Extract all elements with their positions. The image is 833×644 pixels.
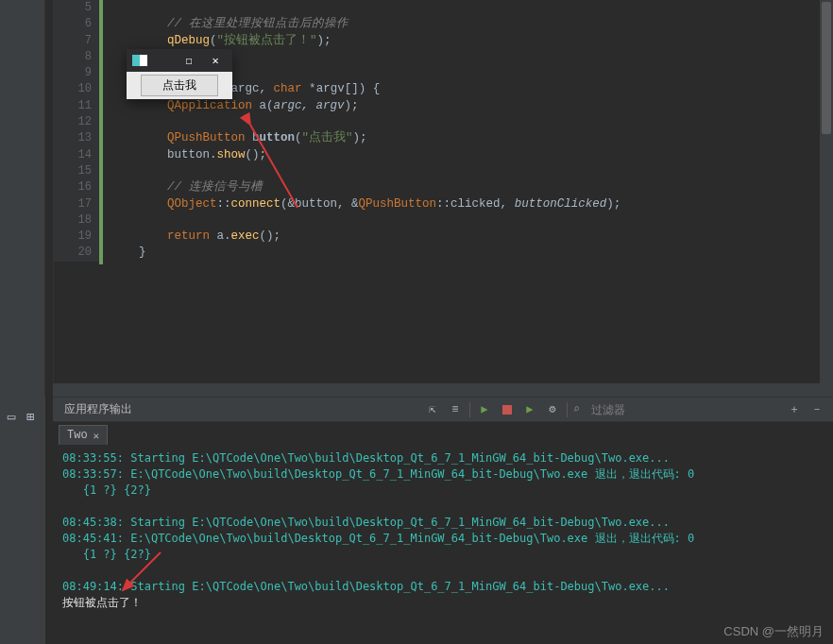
scrollbar-thumb[interactable] — [822, 2, 831, 134]
output-line: 08:45:41: E:\QTCode\One\Two\build\Deskto… — [62, 531, 824, 547]
output-line — [62, 499, 824, 515]
split-icon[interactable]: ⊞ — [23, 410, 38, 425]
close-icon[interactable]: ✕ — [206, 54, 225, 68]
output-line: 按钮被点击了！ — [62, 595, 824, 611]
output-line: 08:49:14: Starting E:\QTCode\One\Two\bui… — [62, 579, 824, 595]
tab-label: Two — [67, 429, 88, 442]
output-line: 08:33:55: Starting E:\QTCode\One\Two\bui… — [62, 450, 824, 466]
output-line — [62, 563, 824, 579]
output-toolbar: ⇱ ≡ ▶ ▶ ⚙ ⌕ ＋ － — [424, 401, 833, 418]
output-tab-two[interactable]: Two ✕ — [59, 425, 108, 445]
play-icon[interactable]: ▶ — [476, 401, 493, 418]
output-header: 应用程序输出 ⇱ ≡ ▶ ▶ ⚙ ⌕ ＋ － — [53, 398, 833, 422]
output-line: 08:33:57: E:\QTCode\One\Two\build\Deskto… — [62, 466, 824, 483]
search-icon: ⌕ — [573, 402, 580, 416]
output-tabs: Two ✕ — [53, 422, 833, 445]
qt-app-window[interactable]: ☐ ✕ 点击我 — [127, 49, 232, 99]
output-line: 08:45:38: Starting E:\QTCode\One\Two\bui… — [62, 515, 824, 531]
rerun-icon[interactable]: ▶ — [521, 401, 538, 418]
code-content[interactable]: // 在这里处理按钮点击后的操作 qDebug("按钮被点击了！"); } in… — [110, 0, 620, 294]
horizontal-scrollbar[interactable] — [53, 383, 820, 397]
plus-icon[interactable]: ＋ — [786, 401, 803, 418]
stop-icon[interactable] — [499, 401, 516, 418]
collapse-icon[interactable]: ▭ — [4, 410, 19, 425]
qt-app-icon — [132, 55, 147, 66]
qt-push-button[interactable]: 点击我 — [141, 75, 218, 96]
output-line: {1 ?} {2?} — [62, 483, 824, 499]
minus-icon[interactable]: － — [808, 401, 825, 418]
vertical-scrollbar[interactable] — [820, 0, 833, 397]
qt-body: 点击我 — [127, 72, 232, 99]
clear-icon[interactable]: ≡ — [447, 401, 464, 418]
side-gutter — [0, 0, 45, 397]
close-tab-icon[interactable]: ✕ — [94, 430, 100, 442]
watermark: CSDN @一然明月 — [723, 623, 824, 640]
line-numbers: 5 6 7 8 9 10 11 12 13 14 15 16 17 18 19 … — [54, 0, 99, 262]
output-panel: 应用程序输出 ⇱ ≡ ▶ ▶ ⚙ ⌕ ＋ － Two ✕ 08:33:55: S… — [53, 397, 833, 644]
output-text[interactable]: 08:33:55: Starting E:\QTCode\One\Two\bui… — [53, 445, 833, 617]
attach-icon[interactable]: ⇱ — [424, 401, 441, 418]
side-gutter-bottom: ▭ ⊞ — [0, 397, 45, 644]
qt-titlebar[interactable]: ☐ ✕ — [127, 49, 232, 72]
settings-icon[interactable]: ⚙ — [544, 401, 561, 418]
maximize-icon[interactable]: ☐ — [179, 54, 198, 68]
change-marker — [99, 0, 103, 264]
output-line: {1 ?} {2?} — [62, 547, 824, 563]
filter-input[interactable] — [586, 401, 680, 418]
output-title: 应用程序输出 — [53, 401, 144, 417]
